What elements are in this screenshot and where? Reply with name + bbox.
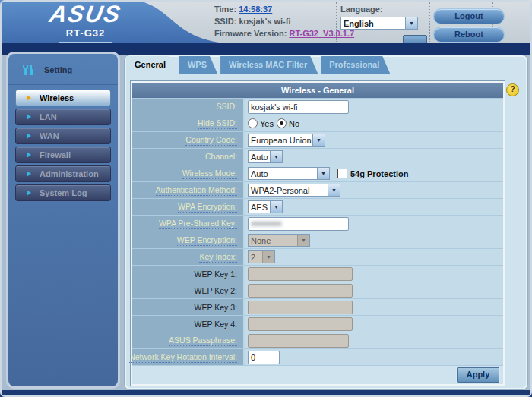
ssid-label[interactable]: SSID: (217, 102, 237, 112)
wireless-mode-control-cell: Auto▼54g Protection (245, 165, 503, 181)
channel-control-cell: Auto▼ (245, 149, 503, 165)
sidebar-header-label: Setting (44, 65, 72, 74)
sidebar-item-wireless[interactable]: Wireless (15, 90, 111, 106)
firmware-version-link[interactable]: RT-G32_V3.0.1.7 (289, 29, 354, 38)
hide-ssid-radio-no[interactable]: No (277, 118, 299, 128)
bottom-band (0, 390, 532, 397)
tab-wireless-mac-filter[interactable]: Wireless MAC Filter (220, 56, 318, 74)
wep-key-3-input (248, 301, 353, 314)
key-rotation-label-cell: Network Key Rotation Interval: (132, 349, 245, 365)
sidebar-item-administration[interactable]: Administration (15, 165, 111, 182)
wep-key-1-label-cell: WEP Key 1: (132, 266, 245, 282)
channel-selected-value: Auto (249, 153, 270, 162)
wep-encryption-label-cell: WEP Encryption: (132, 232, 245, 248)
key-rotation-label[interactable]: Network Key Rotation Interval: (129, 352, 237, 363)
dropdown-arrow-icon: ▼ (317, 168, 329, 179)
key-rotation-value: 0 (251, 353, 255, 362)
form-footer: Apply (132, 366, 503, 384)
sidebar-item-system-log[interactable]: System Log (15, 184, 111, 201)
asus-passphrase-label[interactable]: ASUS Passphrase: (169, 336, 237, 346)
sidebar-item-label: WAN (40, 131, 59, 140)
auth-method-select[interactable]: WPA2-Personal▼ (248, 184, 340, 197)
key-index-label[interactable]: Key Index: (199, 252, 237, 263)
sidebar-item-label: Wireless (40, 93, 74, 102)
dropdown-arrow-icon: ▼ (262, 251, 274, 263)
radio-label: No (289, 119, 299, 128)
separator (429, 2, 430, 42)
key-index-label-cell: Key Index: (132, 249, 245, 265)
sidebar-item-wan[interactable]: WAN (15, 128, 111, 144)
ssid-label-cell: SSID: (132, 99, 245, 115)
arrow-icon (27, 114, 34, 120)
help-icon[interactable]: ? (506, 83, 519, 96)
asus-passphrase-control-cell (245, 332, 503, 348)
wireless-mode-label[interactable]: Wireless Mode: (182, 169, 237, 179)
language-select[interactable]: English ▼ (340, 17, 418, 30)
logout-button[interactable]: Logout (433, 8, 505, 24)
form-row-key-index: Key Index:2▼ (132, 249, 503, 265)
reboot-button[interactable]: Reboot (433, 27, 505, 43)
wpa-psk-label[interactable]: WPA Pre-Shared Key: (159, 219, 237, 229)
country-code-selected-value: European Union (249, 136, 312, 145)
wpa-encryption-selected-value: AES (249, 203, 270, 212)
channel-label-cell: Channel: (132, 149, 245, 165)
sidebar-item-firewall[interactable]: Firewall (15, 147, 111, 163)
language-label: Language: (340, 5, 383, 14)
wpa-psk-control-cell: xxxxxxxxxx (245, 216, 503, 232)
wpa-psk-input[interactable]: xxxxxxxxxx (248, 217, 349, 231)
hide-ssid-radio-yes[interactable]: Yes (248, 118, 274, 128)
tab-wps[interactable]: WPS (179, 56, 217, 74)
tools-icon (21, 62, 36, 77)
auth-method-selected-value: WPA2-Personal (249, 186, 328, 195)
key-rotation-control-cell: 0 (245, 349, 503, 365)
wpa-encryption-label[interactable]: WPA Encryption: (178, 202, 237, 213)
dropdown-arrow-icon: ▼ (270, 151, 282, 162)
wpa-encryption-select[interactable]: AES▼ (248, 200, 283, 213)
form-row-country-code: Country Code:European Union▼ (132, 132, 503, 148)
channel-select[interactable]: Auto▼ (248, 150, 283, 163)
wep-encryption-selected-value: None (249, 236, 297, 245)
tab-professional[interactable]: Professional (321, 56, 390, 74)
country-code-select[interactable]: European Union▼ (248, 134, 325, 147)
arrow-icon (27, 152, 34, 158)
time-link[interactable]: 14:58:37 (239, 5, 272, 14)
auth-method-control-cell: WPA2-Personal▼ (245, 182, 503, 198)
country-code-label[interactable]: Country Code: (185, 135, 237, 146)
sidebar-item-label: Administration (40, 169, 99, 178)
sidebar-item-label: Firewall (40, 150, 71, 159)
wep-encryption-select: None▼ (248, 234, 310, 247)
ssid-input[interactable]: kosjak's wi-fi (248, 100, 349, 114)
auth-method-label[interactable]: Authentication Method: (156, 185, 237, 196)
sidebar-item-lan[interactable]: LAN (15, 109, 111, 125)
dropdown-arrow-icon: ▼ (312, 134, 325, 146)
country-code-control-cell: European Union▼ (245, 132, 503, 148)
dropdown-arrow-icon: ▼ (297, 235, 309, 246)
key-rotation-input[interactable]: 0 (248, 351, 280, 364)
wireless-mode-select[interactable]: Auto▼ (248, 167, 330, 180)
sidebar-menu: WirelessLANWANFirewallAdministrationSyst… (8, 85, 118, 201)
sidebar: Setting WirelessLANWANFirewallAdministra… (6, 52, 120, 389)
54g-protection-checkbox[interactable] (337, 169, 347, 178)
tab-general[interactable]: General (126, 56, 176, 74)
key-index-selected-value: 2 (249, 253, 262, 262)
arrow-icon (27, 133, 34, 139)
model-underline: RT-G32 (59, 26, 113, 43)
arrow-icon (27, 190, 34, 196)
radio-icon (248, 118, 258, 128)
firmware-label: Firmware Version: (214, 29, 287, 38)
key-index-select: 2▼ (248, 250, 275, 263)
wep-key-4-label: WEP Key 4: (195, 320, 237, 329)
tab-bar: GeneralWPSWireless MAC FilterProfessiona… (126, 56, 390, 74)
country-code-label-cell: Country Code: (132, 132, 245, 148)
hide-ssid-label[interactable]: Hide SSID: (198, 118, 237, 129)
wep-key-4-label-cell: WEP Key 4: (132, 316, 245, 332)
ssid-control-cell: kosjak's wi-fi (245, 99, 503, 115)
wpa-encryption-label-cell: WPA Encryption: (132, 199, 245, 215)
channel-label[interactable]: Channel: (205, 152, 237, 162)
apply-button[interactable]: Apply (457, 367, 499, 383)
arrow-icon (27, 171, 34, 177)
language-selected-value: English (341, 19, 405, 28)
wep-key-1-input (248, 267, 353, 281)
wep-encryption-label[interactable]: WEP Encryption: (177, 235, 237, 246)
form-row-wep-key-4: WEP Key 4: (132, 316, 503, 332)
